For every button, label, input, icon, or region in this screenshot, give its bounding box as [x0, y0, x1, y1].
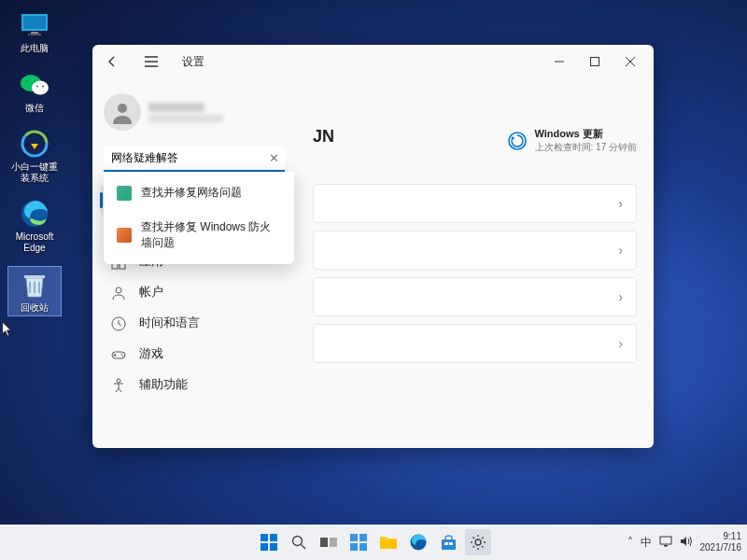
svg-rect-37	[350, 534, 358, 541]
chevron-right-icon: ›	[618, 336, 623, 351]
nav-label: 游戏	[139, 346, 163, 362]
minimize-button[interactable]	[542, 49, 577, 75]
troubleshoot-icon	[117, 228, 132, 243]
taskbar[interactable]: ˄ 中 9:11 2021/7/16	[0, 525, 747, 560]
chevron-right-icon: ›	[618, 196, 623, 211]
nav-label: 辅助功能	[139, 377, 188, 393]
svg-rect-3	[28, 34, 41, 35]
svg-point-27	[117, 379, 120, 383]
taskbar-settings[interactable]	[465, 529, 491, 555]
settings-card[interactable]: ›	[313, 184, 637, 223]
settings-window: 设置 ✕ 查找并修复网络问题	[92, 45, 654, 448]
search-box: ✕ 查找并修复网络问题 查找并修复 Windows 防火墙问题	[104, 146, 285, 172]
svg-rect-2	[31, 32, 38, 34]
svg-rect-31	[270, 534, 277, 541]
taskbar-taskview[interactable]	[316, 529, 342, 555]
back-button[interactable]	[98, 49, 126, 75]
desktop-icon-recycle-bin[interactable]: 回收站	[7, 266, 62, 316]
start-button[interactable]	[256, 529, 282, 555]
svg-rect-41	[380, 539, 397, 549]
suggestion-label: 查找并修复 Windows 防火墙问题	[141, 219, 281, 251]
taskbar-explorer[interactable]	[375, 529, 402, 555]
settings-main: JN Windows 更新 上次检查时间: 17 分钟前 › › › ›	[296, 78, 654, 448]
svg-point-46	[475, 539, 481, 545]
tray-chevron-icon[interactable]: ˄	[627, 536, 633, 549]
monitor-icon	[19, 9, 50, 41]
svg-rect-33	[270, 543, 277, 551]
svg-marker-29	[512, 136, 515, 140]
windows-update-card[interactable]: Windows 更新 上次检查时间: 17 分钟前	[507, 127, 637, 154]
update-subtitle: 上次检查时间: 17 分钟前	[535, 141, 637, 154]
svg-rect-47	[660, 537, 671, 544]
svg-point-8	[36, 85, 38, 87]
window-titlebar[interactable]: 设置	[92, 45, 654, 78]
profile-email-redacted	[148, 115, 223, 122]
update-icon	[507, 131, 528, 151]
desktop-icon-label: 此电脑	[21, 43, 49, 54]
profile-name-redacted	[148, 103, 204, 112]
svg-rect-15	[591, 58, 599, 66]
chevron-right-icon: ›	[618, 243, 623, 258]
settings-sidebar: ✕ 查找并修复网络问题 查找并修复 Windows 防火墙问题 网络 & Int…	[92, 78, 296, 448]
svg-rect-44	[444, 542, 448, 545]
svg-rect-36	[330, 538, 337, 547]
hamburger-button[interactable]	[137, 49, 165, 75]
nav-label: 时间和语言	[139, 315, 200, 331]
svg-point-25	[120, 353, 122, 355]
system-tray: ˄ 中 9:11 2021/7/16	[627, 531, 742, 553]
taskbar-store[interactable]	[435, 529, 461, 555]
nav-accessibility[interactable]: 辅助功能	[100, 370, 289, 400]
svg-point-5	[32, 80, 49, 94]
clock-time: 9:11	[700, 531, 742, 542]
nav-label: 帐户	[139, 285, 163, 301]
taskbar-clock[interactable]: 9:11 2021/7/16	[700, 531, 742, 553]
edge-icon	[19, 198, 50, 230]
settings-card[interactable]: ›	[313, 277, 637, 316]
profile-section[interactable]	[100, 86, 289, 142]
nav-accounts[interactable]: 帐户	[100, 277, 289, 308]
update-title: Windows 更新	[535, 127, 637, 141]
desktop-icon-wechat[interactable]: 微信	[7, 67, 62, 116]
taskbar-widgets[interactable]	[345, 529, 372, 555]
nav-time-language[interactable]: 时间和语言	[100, 308, 289, 339]
accessibility-icon	[111, 378, 126, 393]
taskbar-search[interactable]	[286, 529, 312, 555]
nav-gaming[interactable]: 游戏	[100, 339, 289, 370]
taskbar-center	[256, 529, 491, 555]
svg-rect-38	[359, 534, 367, 541]
search-input[interactable]	[104, 146, 285, 172]
desktop-icon-this-pc[interactable]: 此电脑	[7, 7, 62, 56]
svg-rect-1	[23, 16, 46, 29]
taskbar-edge[interactable]	[405, 529, 431, 555]
tray-volume-icon[interactable]	[680, 536, 693, 550]
desktop-icon-edge[interactable]: Microsoft Edge	[7, 196, 62, 255]
desktop-icon-label: 微信	[25, 103, 44, 114]
search-suggestions: 查找并修复网络问题 查找并修复 Windows 防火墙问题	[104, 172, 294, 264]
svg-rect-39	[350, 543, 358, 551]
svg-marker-12	[31, 144, 38, 149]
svg-rect-48	[664, 545, 668, 547]
svg-point-7	[34, 79, 36, 82]
clear-icon[interactable]: ✕	[269, 151, 279, 165]
settings-card[interactable]: ›	[313, 231, 637, 270]
svg-rect-45	[449, 542, 453, 545]
chevron-right-icon: ›	[618, 289, 623, 304]
svg-rect-35	[320, 538, 328, 547]
desktop-icon-label: 回收站	[21, 302, 49, 314]
maximize-button[interactable]	[577, 49, 613, 75]
troubleshoot-icon	[117, 186, 132, 201]
suggestion-item[interactable]: 查找并修复网络问题	[104, 175, 294, 210]
svg-point-34	[293, 537, 303, 546]
desktop-icon-reinstall[interactable]: 小白一键重装系统	[7, 126, 62, 185]
svg-rect-30	[261, 534, 268, 541]
desktop-icon-label: 小白一键重装系统	[9, 161, 60, 183]
suggestion-item[interactable]: 查找并修复 Windows 防火墙问题	[104, 210, 294, 260]
tray-language[interactable]: 中	[641, 535, 652, 551]
close-button[interactable]	[613, 49, 648, 75]
settings-cards: › › › ›	[313, 184, 637, 363]
desktop-icon-label: Microsoft Edge	[9, 231, 60, 253]
svg-rect-40	[359, 543, 367, 551]
svg-point-26	[122, 355, 124, 357]
tray-network-icon[interactable]	[659, 536, 672, 550]
settings-card[interactable]: ›	[313, 324, 637, 363]
